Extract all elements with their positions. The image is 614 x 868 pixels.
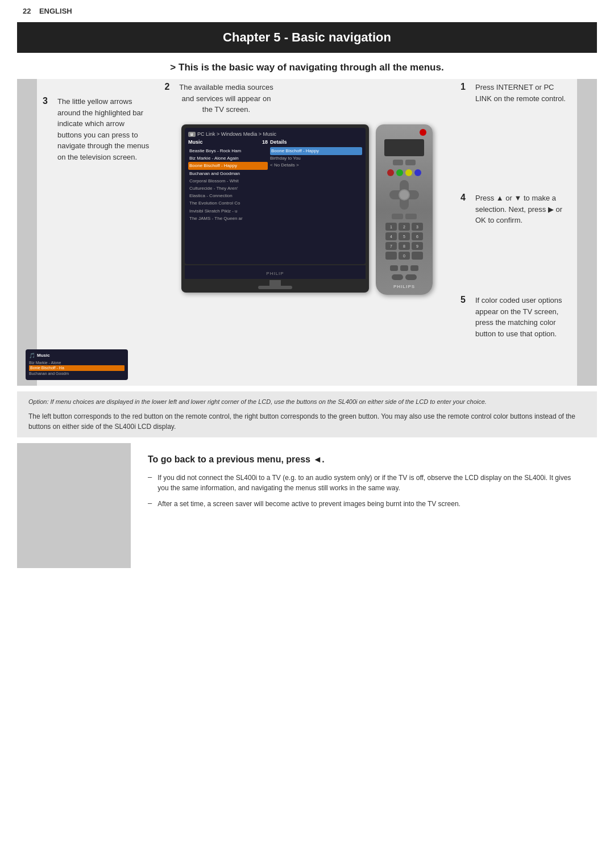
remote-num-5: 5: [399, 232, 410, 240]
tv-details-label: Details: [270, 139, 287, 145]
remote-extra-btn-1: [392, 214, 403, 219]
tv-stand: [185, 280, 366, 289]
tv-detail-1: Birthday to You: [270, 155, 362, 162]
remote-color-buttons: [387, 169, 421, 176]
lcd-item-2: Buchanan and Goodm: [29, 371, 125, 377]
subtitle-text: > This is the basic way of navigating th…: [170, 62, 443, 73]
page-language: ENGLISH: [39, 7, 72, 15]
remote-bottom-btn-2: [405, 274, 417, 280]
note-italic: Option: If menu choices are displayed in…: [28, 397, 586, 407]
bullet-item-0: – If you did not connect the SL400i to a…: [148, 473, 580, 493]
lcd-item-1: Bonie Bischoff - Ha: [29, 365, 125, 371]
bottom-section: To go back to a previous menu, press ◄. …: [17, 443, 597, 568]
page: 22 ENGLISH Chapter 5 - Basic navigation …: [0, 0, 614, 568]
remote-num-3: 3: [412, 223, 423, 231]
remote-source-row: [393, 160, 416, 165]
tv-stand-neck: [269, 280, 281, 286]
chapter-title: Chapter 5 - Basic navigation: [223, 30, 391, 44]
tv-mockup: 🖥 PC Link > Windows Media > Music Music …: [181, 124, 369, 293]
step-1-area: 1 Press INTERNET or PC LINK on the remot…: [460, 82, 571, 113]
right-gray-strip: [577, 79, 597, 386]
remote-media-buttons: [390, 265, 418, 271]
remote-yellow-button: [405, 169, 412, 176]
remote-num-2: 2: [399, 223, 410, 231]
tv-item-8: Invisibl Skratch Piklz - u: [188, 207, 268, 215]
remote-bottom-buttons: [392, 274, 417, 280]
tv-col-right: Details Boone Bischoff - Happy Birthday …: [270, 139, 362, 222]
step-4-num: 4: [460, 193, 471, 226]
tv-detail-0: Boone Bischoff - Happy: [270, 147, 362, 155]
remote-extra-btn-2: [405, 214, 417, 219]
step-4-area: 4 Press ▲ or ▼ to make a selection. Next…: [460, 193, 571, 235]
bottom-left-gray-box: [17, 443, 131, 568]
tv-music-count: 18: [262, 139, 268, 145]
remote-power-button: [420, 129, 426, 136]
tv-item-0: Beastie Boys - Rock Ham: [188, 147, 268, 155]
tv-item-5: Culturecide - They Aren': [188, 185, 268, 192]
remote-btn-2: [405, 160, 416, 165]
step-4-text: Press ▲ or ▼ to make a selection. Next, …: [475, 193, 571, 226]
tv-col-right-header: Details: [270, 139, 362, 145]
tv-item-1: Biz Markie - Alone Again: [188, 155, 268, 162]
page-number: 22: [23, 7, 31, 15]
lcd-item-0: Biz Markie - Alone: [29, 360, 125, 366]
remote-brand: PHILIPS: [393, 284, 415, 289]
remote-num-4: 4: [385, 232, 397, 240]
remote-num-9: 9: [412, 242, 423, 250]
remote-numpad: 1 2 3 4 5 6 7 8 9 0: [385, 223, 423, 260]
remote-num-8: 8: [399, 242, 410, 250]
step-1-text: Press INTERNET or PC LINK on the remote …: [475, 82, 571, 104]
note-section: Option: If menu choices are displayed in…: [17, 391, 597, 437]
tv-breadcrumb: 🖥 PC Link > Windows Media > Music: [188, 131, 362, 137]
remote-extra-row: [392, 214, 417, 219]
page-header: 22 ENGLISH: [0, 0, 614, 22]
remote-num-hash: [412, 252, 423, 260]
step-3-area: 3 The little yellow arrows around the hi…: [43, 96, 151, 172]
step-2-area: 2 The available media sources and servic…: [162, 82, 276, 124]
remote-red-button: [387, 169, 394, 176]
remote-num-star: [385, 252, 397, 260]
lcd-mockup: 🎵 Music Biz Markie - Alone Bonie Bischof…: [26, 349, 128, 380]
tv-col-left-header: Music 18: [188, 139, 268, 145]
step-3-num: 3: [43, 96, 53, 162]
tv-bottom-bar: PHILIP: [185, 265, 366, 279]
lcd-title-text: Music: [37, 353, 50, 358]
bullet-text-0: If you did not connect the SL400i to a T…: [157, 473, 580, 493]
remote-num-7: 7: [385, 242, 397, 250]
bullet-item-1: – After a set time, a screen saver will …: [148, 499, 580, 509]
remote-num-1: 1: [385, 223, 397, 231]
tv-item-7: The Evolution Control Co: [188, 199, 268, 207]
tv-screen: 🖥 PC Link > Windows Media > Music Music …: [185, 128, 366, 264]
lcd-mockup-area: 🎵 Music Biz Markie - Alone Bonie Bischof…: [60, 344, 128, 380]
step-5: 5 If color coded user options appear on …: [460, 295, 571, 339]
tv-item-6: Elastica - Connection: [188, 192, 268, 199]
tv-item-3: Buchanan and Goodman: [188, 170, 268, 177]
tv-breadcrumb-icon: 🖥: [188, 132, 196, 137]
bullet-text-1: After a set time, a screen saver will be…: [157, 499, 460, 509]
step-3-text: The little yellow arrows around the high…: [57, 96, 151, 162]
tv-item-2: Boone Bischoff - Happy: [188, 162, 268, 169]
diagram-area: 3 The little yellow arrows around the hi…: [37, 79, 577, 386]
tv-cols: Music 18 Beastie Boys - Rock Ham Biz Mar…: [188, 139, 362, 222]
tv-item-4: Corporal Blossom - Whit: [188, 177, 268, 185]
bullet-dash-0: –: [148, 473, 152, 481]
step-5-text: If color coded user options appear on th…: [475, 295, 571, 339]
chapter-title-bar: Chapter 5 - Basic navigation: [17, 22, 597, 53]
tv-music-label: Music: [188, 139, 203, 145]
remote-btn-1: [393, 160, 403, 165]
tv-item-9: The JAMS - The Queen ar: [188, 215, 268, 222]
remote-dpad-center: [399, 189, 410, 201]
remote-num-6: 6: [412, 232, 423, 240]
step-5-area: 5 If color coded user options appear on …: [460, 295, 571, 348]
back-section-title: To go back to a previous menu, press ◄.: [148, 454, 580, 465]
left-gray-strip: [17, 79, 37, 386]
remote-green-button: [396, 169, 403, 176]
remote-dpad: [389, 180, 419, 210]
step-1: 1 Press INTERNET or PC LINK on the remot…: [460, 82, 571, 104]
remote-num-0: 0: [399, 252, 410, 260]
tv-breadcrumb-text: PC Link > Windows Media > Music: [197, 131, 276, 137]
tv-brand: PHILIP: [266, 271, 284, 276]
step-3: 3 The little yellow arrows around the hi…: [43, 96, 151, 162]
remote-mockup: 1 2 3 4 5 6 7 8 9 0: [376, 124, 433, 295]
remote-media-btn-2: [400, 265, 408, 271]
